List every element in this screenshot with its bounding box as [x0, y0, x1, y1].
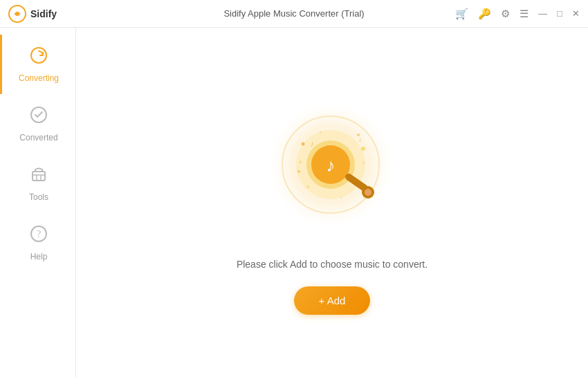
title-bar: Sidify Sidify Apple Music Converter (Tri…: [0, 0, 588, 28]
svg-text:✦: ✦: [318, 129, 323, 136]
prompt-text: Please click Add to choose music to conv…: [237, 259, 428, 270]
sidebar-tools-label: Tools: [29, 192, 48, 202]
sidebar-item-converting[interactable]: Converting: [0, 35, 75, 94]
svg-point-1: [15, 12, 19, 16]
logo-icon: [8, 5, 26, 23]
svg-point-19: [302, 142, 305, 146]
sidebar-help-label: Help: [30, 252, 48, 261]
svg-rect-4: [33, 172, 45, 181]
app-body: Converting Converted: [0, 28, 588, 377]
menu-icon[interactable]: ☰: [520, 8, 529, 20]
svg-text:♪: ♪: [310, 139, 314, 149]
svg-text:♪: ♪: [327, 155, 336, 176]
sidebar: Converting Converted: [0, 28, 76, 377]
main-content: ♪ ♪ ♪ ✦ ✦ ✦ ✦: [76, 28, 588, 377]
sidebar-converted-label: Converted: [19, 133, 57, 142]
svg-text:✦: ✦: [361, 160, 366, 166]
window-controls: 🛒 🔑 ⚙ ☰ — □ ✕: [504, 8, 580, 20]
svg-point-2: [31, 48, 46, 63]
sidebar-converting-label: Converting: [19, 73, 59, 83]
svg-point-18: [365, 189, 371, 196]
window-title: Sidify Apple Music Converter (Trial): [84, 8, 504, 19]
converting-icon: [29, 46, 48, 69]
sidebar-item-help[interactable]: ? Help: [0, 213, 75, 273]
cart-icon[interactable]: 🛒: [455, 8, 468, 20]
maximize-button[interactable]: □: [557, 9, 562, 18]
minimize-button[interactable]: —: [538, 9, 547, 18]
help-icon: ?: [29, 224, 48, 248]
close-button[interactable]: ✕: [572, 9, 580, 18]
svg-point-22: [361, 147, 365, 151]
add-button[interactable]: + Add: [294, 286, 371, 315]
svg-text:✦: ✦: [297, 158, 303, 166]
converted-icon: [29, 105, 48, 129]
sidebar-item-converted[interactable]: Converted: [0, 94, 75, 154]
svg-text:♪: ♪: [358, 136, 362, 143]
svg-text:?: ?: [37, 229, 41, 239]
svg-point-23: [306, 185, 309, 188]
svg-text:✦: ✦: [339, 195, 343, 200]
illustration: ♪ ♪ ♪ ✦ ✦ ✦ ✦: [256, 90, 408, 242]
tools-icon: [29, 165, 48, 188]
settings-icon[interactable]: ⚙: [501, 8, 510, 20]
logo-text: Sidify: [30, 8, 57, 19]
svg-point-21: [297, 170, 300, 173]
app-logo: Sidify: [8, 5, 84, 23]
key-icon[interactable]: 🔑: [478, 8, 491, 20]
sidebar-item-tools[interactable]: Tools: [0, 154, 75, 213]
